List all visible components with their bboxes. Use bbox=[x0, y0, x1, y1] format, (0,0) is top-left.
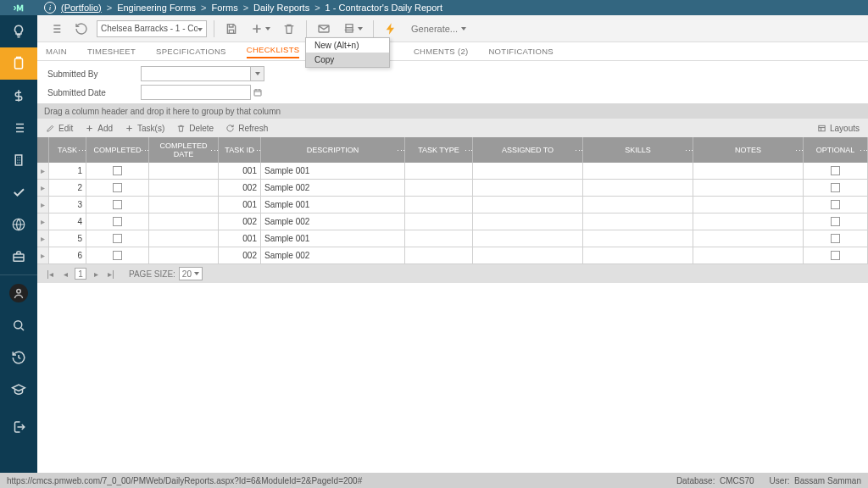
nav-cost[interactable] bbox=[0, 80, 37, 112]
delete-button[interactable] bbox=[279, 19, 299, 39]
action-layouts[interactable]: Layouts bbox=[817, 124, 860, 133]
checkbox-icon[interactable] bbox=[113, 217, 122, 226]
col-description[interactable]: DESCRIPTION⋮ bbox=[261, 137, 405, 163]
nav-user[interactable] bbox=[0, 277, 37, 309]
col-menu-icon[interactable]: ⋮ bbox=[798, 146, 800, 154]
action-edit[interactable]: Edit bbox=[46, 124, 73, 133]
checkbox-icon[interactable] bbox=[113, 200, 122, 209]
nav-forms[interactable] bbox=[0, 47, 37, 80]
col-task[interactable]: TASK⋮ bbox=[49, 137, 86, 163]
checkbox-icon[interactable] bbox=[831, 251, 840, 260]
col-completed-date[interactable]: COMPLETED DATE⋮ bbox=[149, 137, 219, 163]
tab-attachments[interactable]: CHMENTS (2) bbox=[414, 47, 469, 56]
save-button[interactable] bbox=[221, 19, 242, 39]
row-expand[interactable]: ▸ bbox=[37, 180, 49, 196]
nav-ideas[interactable] bbox=[0, 15, 37, 47]
nav-history[interactable] bbox=[0, 341, 37, 374]
nav-logout[interactable] bbox=[0, 411, 37, 443]
table-row[interactable]: ▸5001Sample 001 bbox=[37, 230, 868, 247]
col-optional[interactable]: OPTIONAL⋮ bbox=[804, 137, 868, 163]
nav-search[interactable] bbox=[0, 309, 37, 341]
action-refresh[interactable]: Refresh bbox=[225, 124, 268, 133]
info-icon[interactable]: i bbox=[44, 2, 56, 14]
nav-globe[interactable] bbox=[0, 208, 37, 241]
row-expand[interactable]: ▸ bbox=[37, 230, 49, 247]
cell-optional[interactable] bbox=[804, 214, 868, 230]
col-menu-icon[interactable]: ⋮ bbox=[81, 146, 83, 154]
col-menu-icon[interactable]: ⋮ bbox=[255, 146, 258, 154]
table-row[interactable]: ▸3001Sample 001 bbox=[37, 197, 868, 214]
page-size-select[interactable]: 20 bbox=[179, 267, 203, 280]
col-notes[interactable]: NOTES⋮ bbox=[693, 137, 804, 163]
cell-completed[interactable] bbox=[86, 247, 149, 263]
row-expand[interactable]: ▸ bbox=[37, 247, 49, 263]
pager-next[interactable]: ▸ bbox=[90, 268, 102, 280]
action-tasks[interactable]: Task(s) bbox=[125, 124, 164, 133]
tab-main[interactable]: MAIN bbox=[46, 47, 67, 56]
nav-assets[interactable] bbox=[0, 144, 37, 176]
cell-completed[interactable] bbox=[86, 197, 149, 213]
table-row[interactable]: ▸6002Sample 002 bbox=[37, 247, 868, 264]
col-menu-icon[interactable]: ⋮ bbox=[143, 146, 146, 154]
nav-lists[interactable] bbox=[0, 112, 37, 144]
col-completed[interactable]: COMPLETED⋮ bbox=[86, 137, 149, 163]
cell-completed[interactable] bbox=[86, 214, 149, 230]
pager-first[interactable]: |◂ bbox=[44, 268, 56, 280]
col-skills[interactable]: SKILLS⋮ bbox=[583, 137, 693, 163]
action-add[interactable]: Add bbox=[85, 124, 113, 133]
cell-optional[interactable] bbox=[804, 247, 868, 263]
menu-item-copy[interactable]: Copy bbox=[306, 53, 389, 67]
col-menu-icon[interactable]: ⋮ bbox=[213, 146, 215, 154]
checkbox-icon[interactable] bbox=[113, 251, 122, 260]
col-task-type[interactable]: TASK TYPE⋮ bbox=[405, 137, 473, 163]
checkbox-icon[interactable] bbox=[831, 200, 840, 209]
submitted-date-input[interactable] bbox=[141, 85, 251, 100]
nav-briefcase[interactable] bbox=[0, 241, 37, 273]
toolbar-history-button[interactable] bbox=[71, 19, 92, 39]
submitted-by-input[interactable] bbox=[141, 66, 251, 81]
crumb-engineering-forms[interactable]: Engineering Forms bbox=[117, 3, 196, 13]
email-button[interactable] bbox=[314, 19, 334, 39]
tab-notifications[interactable]: NOTIFICATIONS bbox=[488, 47, 554, 56]
table-row[interactable]: ▸1001Sample 001 bbox=[37, 163, 868, 180]
pager-prev[interactable]: ◂ bbox=[59, 268, 71, 280]
row-expand[interactable]: ▸ bbox=[37, 214, 49, 230]
col-menu-icon[interactable]: ⋮ bbox=[467, 146, 470, 154]
checkbox-icon[interactable] bbox=[113, 234, 122, 243]
table-row[interactable]: ▸2002Sample 002 bbox=[37, 180, 868, 197]
nav-training[interactable] bbox=[0, 374, 37, 406]
cell-optional[interactable] bbox=[804, 163, 868, 179]
crumb-daily-reports[interactable]: Daily Reports bbox=[253, 3, 309, 13]
toolbar-list-button[interactable] bbox=[46, 19, 66, 39]
row-expand[interactable]: ▸ bbox=[37, 197, 49, 213]
tab-timesheet[interactable]: TIMESHEET bbox=[87, 47, 136, 56]
checkbox-icon[interactable] bbox=[113, 183, 122, 192]
col-menu-icon[interactable]: ⋮ bbox=[687, 146, 690, 154]
row-expand[interactable]: ▸ bbox=[37, 163, 49, 179]
tab-checklists[interactable]: CHECKLISTS bbox=[247, 45, 300, 58]
cell-completed[interactable] bbox=[86, 180, 149, 196]
col-menu-icon[interactable]: ⋮ bbox=[862, 146, 865, 154]
checkbox-icon[interactable] bbox=[113, 166, 122, 175]
checkbox-icon[interactable] bbox=[831, 234, 840, 243]
cell-optional[interactable] bbox=[804, 197, 868, 213]
checkbox-icon[interactable] bbox=[831, 166, 840, 175]
col-task-id[interactable]: TASK ID⋮ bbox=[219, 137, 261, 163]
checkbox-icon[interactable] bbox=[831, 183, 840, 192]
calendar-button[interactable] bbox=[251, 85, 264, 100]
cell-completed[interactable] bbox=[86, 163, 149, 179]
crumb-portfolio[interactable]: (Portfolio) bbox=[61, 3, 102, 13]
generate-button[interactable]: Generate... bbox=[406, 24, 471, 34]
menu-item-new[interactable]: New (Alt+n) bbox=[306, 38, 389, 53]
cell-completed[interactable] bbox=[86, 230, 149, 247]
col-menu-icon[interactable]: ⋮ bbox=[577, 146, 580, 154]
action-delete[interactable]: Delete bbox=[176, 124, 214, 133]
checkbox-icon[interactable] bbox=[831, 217, 840, 226]
col-menu-icon[interactable]: ⋮ bbox=[399, 146, 402, 154]
table-row[interactable]: ▸4002Sample 002 bbox=[37, 214, 868, 230]
pager-last[interactable]: ▸| bbox=[105, 268, 117, 280]
record-selector[interactable]: Chelsea Barracks - 1 - Contractor's D bbox=[97, 20, 207, 37]
nav-approve[interactable] bbox=[0, 176, 37, 208]
group-by-bar[interactable]: Drag a column header and drop it here to… bbox=[37, 103, 868, 119]
print-split-button[interactable] bbox=[339, 19, 366, 39]
